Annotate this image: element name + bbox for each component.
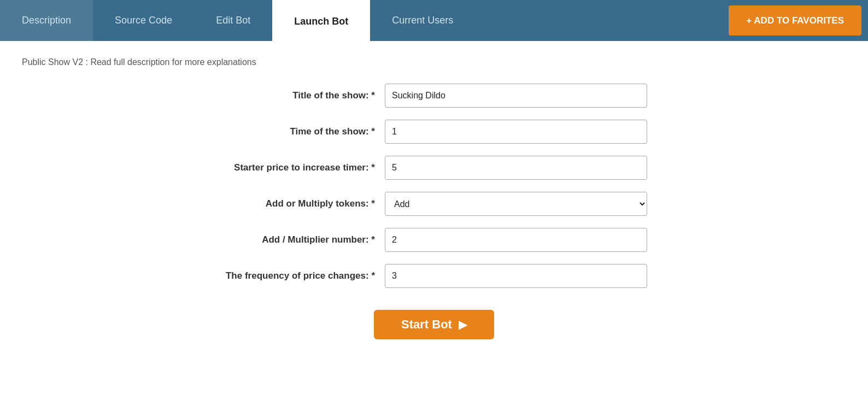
- tab-spacer: [475, 0, 722, 41]
- frequency-label: The frequency of price changes: *: [188, 270, 385, 281]
- time-row: Time of the show: *: [188, 120, 680, 144]
- arrow-icon: ▶: [459, 318, 467, 331]
- add-multiply-select[interactable]: Add Multiply: [385, 192, 647, 216]
- start-bot-row: Start Bot ▶: [188, 310, 680, 339]
- main-content: Public Show V2 : Read full description f…: [0, 41, 868, 400]
- tab-current-users[interactable]: Current Users: [370, 0, 475, 41]
- time-input[interactable]: [385, 120, 647, 144]
- launch-bot-form: Title of the show: * Time of the show: *…: [188, 84, 680, 339]
- time-label: Time of the show: *: [188, 126, 385, 137]
- add-to-favorites-button[interactable]: + ADD TO FAVORITES: [729, 5, 861, 36]
- multiplier-label: Add / Multiplier number: *: [188, 234, 385, 245]
- starter-price-row: Starter price to increase timer: *: [188, 156, 680, 180]
- start-bot-button[interactable]: Start Bot ▶: [374, 310, 494, 339]
- title-row: Title of the show: *: [188, 84, 680, 108]
- frequency-row: The frequency of price changes: *: [188, 264, 680, 288]
- tab-description[interactable]: Description: [0, 0, 93, 41]
- title-label: Title of the show: *: [188, 90, 385, 101]
- tab-source-code[interactable]: Source Code: [93, 0, 194, 41]
- title-input[interactable]: [385, 84, 647, 108]
- page-subtitle: Public Show V2 : Read full description f…: [22, 57, 846, 67]
- starter-price-input[interactable]: [385, 156, 647, 180]
- start-bot-label: Start Bot: [401, 317, 452, 332]
- frequency-input[interactable]: [385, 264, 647, 288]
- tab-edit-bot[interactable]: Edit Bot: [194, 0, 272, 41]
- add-multiply-row: Add or Multiply tokens: * Add Multiply: [188, 192, 680, 216]
- multiplier-row: Add / Multiplier number: *: [188, 228, 680, 252]
- add-multiply-label: Add or Multiply tokens: *: [188, 198, 385, 209]
- tab-launch-bot[interactable]: Launch Bot: [272, 0, 370, 41]
- tab-bar: Description Source Code Edit Bot Launch …: [0, 0, 868, 41]
- starter-price-label: Starter price to increase timer: *: [188, 162, 385, 173]
- multiplier-input[interactable]: [385, 228, 647, 252]
